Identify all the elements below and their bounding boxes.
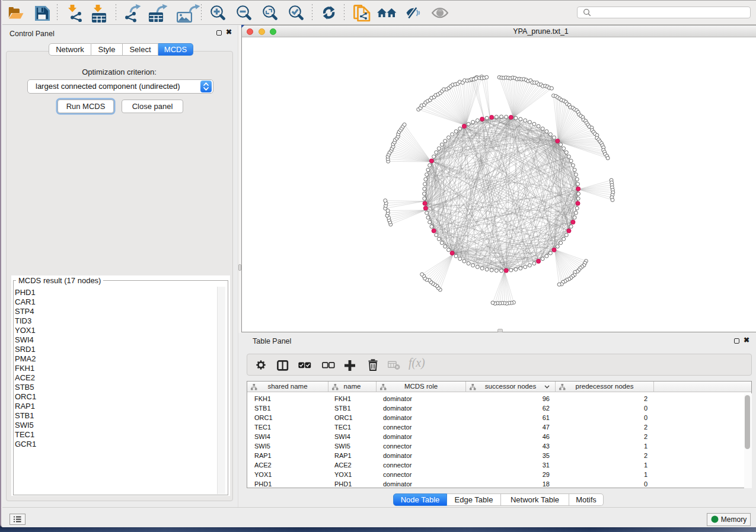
svg-text:f(x): f(x) <box>409 357 425 370</box>
